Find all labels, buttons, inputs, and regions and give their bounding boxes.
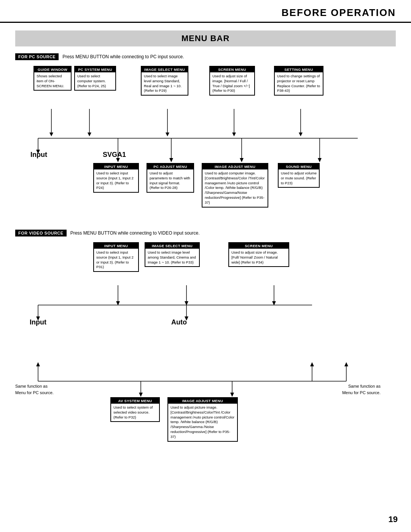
svg-marker-35: [344, 362, 348, 366]
video-input-label: Input: [30, 318, 46, 326]
svg-marker-29: [272, 301, 276, 305]
pc-source-description: Press MENU BUTTON while connecting to PC…: [62, 54, 184, 59]
image-adjust-menu-bottom-title: IMAGE ADJUST MENU: [168, 398, 237, 404]
image-select-menu-video-body: Used to select image level among Standar…: [145, 249, 199, 266]
pc-adjust-menu-box: PC ADJUST MENU Used to adjust parameters…: [147, 163, 194, 193]
input-menu-video-title: INPUT MENU: [94, 243, 138, 249]
svg-marker-42: [310, 362, 314, 366]
video-source-row: FOR VIDEO SOURCE Press MENU BUTTON while…: [15, 230, 396, 236]
input-menu-video-box: INPUT MENU Used to select input source (…: [93, 242, 139, 272]
video-auto-label: Auto: [171, 318, 187, 326]
svg-marker-33: [36, 362, 40, 366]
svg-marker-9: [299, 133, 303, 136]
screen-menu-pc-title: SCREEN MENU: [210, 67, 254, 72]
pc-system-menu-title: PC SYSTEM MENU: [75, 67, 115, 72]
setting-menu-body: Used to change settings of projector or …: [275, 72, 323, 95]
image-select-menu-pc-title: IMAGE SELECT MENU: [142, 67, 188, 72]
image-select-menu-video-title: IMAGE SELECT MENU: [145, 243, 199, 249]
pc-svga1-label: SVGA1: [103, 151, 126, 159]
sound-menu-title: SOUND MENU: [279, 164, 319, 169]
guide-window-box: GUIDE WINDOW Shows selected item of ON-S…: [33, 66, 72, 91]
page-header: BEFORE OPERATION: [0, 0, 411, 23]
svg-marker-16: [169, 158, 173, 162]
page-title: BEFORE OPERATION: [15, 7, 396, 19]
svg-marker-20: [318, 158, 322, 162]
screen-menu-pc-box: SCREEN MENU Used to adjust size of image…: [209, 66, 255, 96]
svg-marker-7: [232, 133, 236, 136]
guide-window-body: Shows selected item of ON-SCREEN MENU.: [34, 72, 71, 90]
setting-menu-box: SETTING MENU Used to change settings of …: [274, 66, 323, 96]
screen-menu-video-title: SCREEN MENU: [229, 243, 288, 249]
av-system-menu-box: AV SYSTEM MENU Used to select system of …: [110, 397, 160, 422]
svg-marker-1: [49, 133, 53, 136]
video-source-description: Press MENU BUTTON while connecting to VI…: [70, 230, 200, 236]
image-adjust-menu-pc-title: IMAGE ADJUST MENU: [202, 164, 268, 169]
sound-menu-box: SOUND MENU Used to adjust volume or mute…: [278, 163, 320, 188]
setting-menu-title: SETTING MENU: [275, 67, 323, 72]
screen-menu-pc-body: Used to adjust size of image. [Normal / …: [210, 72, 254, 95]
sound-menu-body: Used to adjust volume or mute sound. (Re…: [279, 169, 319, 187]
image-adjust-menu-bottom-body: Used to adjust picture image. [Contrast/…: [168, 404, 237, 441]
left-side-note: Same function asMenu for PC source.: [15, 383, 68, 396]
av-system-menu-title: AV SYSTEM MENU: [111, 398, 159, 404]
svg-marker-5: [166, 133, 169, 136]
input-menu-pc-body: Used to select input source (Input 1, In…: [94, 169, 138, 192]
av-system-menu-body: Used to select system of selected video …: [111, 404, 159, 421]
pc-diagram: GUIDE WINDOW Shows selected item of ON-S…: [15, 64, 381, 228]
svg-marker-25: [116, 301, 120, 305]
svg-marker-40: [230, 393, 234, 397]
right-side-note: Same function asMenu for PC source.: [327, 383, 381, 396]
input-menu-pc-box: INPUT MENU Used to select input source (…: [93, 163, 139, 193]
image-adjust-menu-bottom-box: IMAGE ADJUST MENU Used to adjust picture…: [167, 397, 238, 442]
pc-system-menu-box: PC SYSTEM MENU Used to select computer s…: [74, 66, 116, 91]
svg-marker-3: [88, 133, 91, 136]
video-diagram: INPUT MENU Used to select input source (…: [15, 240, 381, 362]
image-adjust-menu-pc-body: Used to adjust computer image. [Contrast…: [202, 169, 268, 207]
pc-source-row: FOR PC SOURCE Press MENU BUTTON while co…: [15, 53, 396, 60]
pc-adjust-menu-title: PC ADJUST MENU: [147, 164, 193, 169]
screen-menu-video-body: Used to adjust size of image. [Full/ Nor…: [229, 249, 288, 266]
screen-menu-video-box: SCREEN MENU Used to adjust size of image…: [228, 242, 289, 267]
image-select-menu-pc-body: Used to select image level among Standar…: [142, 72, 188, 95]
image-select-menu-video-box: IMAGE SELECT MENU Used to select image l…: [145, 242, 200, 267]
bottom-diagram: Same function asMenu for PC source. Same…: [15, 362, 381, 469]
guide-window-title: GUIDE WINDOW: [34, 67, 71, 72]
input-menu-pc-title: INPUT MENU: [94, 164, 138, 169]
video-source-label: FOR VIDEO SOURCE: [15, 230, 67, 236]
main-content: MENU BAR FOR PC SOURCE Press MENU BUTTON…: [0, 23, 411, 480]
pc-system-menu-body: Used to select computer system. (Refer t…: [75, 72, 115, 90]
input-menu-video-body: Used to select input source (Input 1, In…: [94, 249, 138, 271]
image-adjust-menu-pc-box: IMAGE ADJUST MENU Used to adjust compute…: [202, 163, 268, 208]
page-number: 19: [389, 514, 398, 524]
pc-source-label: FOR PC SOURCE: [15, 53, 59, 60]
svg-marker-38: [139, 393, 143, 397]
pc-adjust-menu-body: Used to adjust parameters to match with …: [147, 169, 193, 192]
pc-input-label: Input: [30, 151, 47, 159]
svg-marker-18: [240, 158, 244, 162]
menu-bar-title: MENU BAR: [15, 30, 396, 46]
svg-marker-27: [185, 301, 188, 305]
image-select-menu-pc-box: IMAGE SELECT MENU Used to select image l…: [141, 66, 188, 96]
